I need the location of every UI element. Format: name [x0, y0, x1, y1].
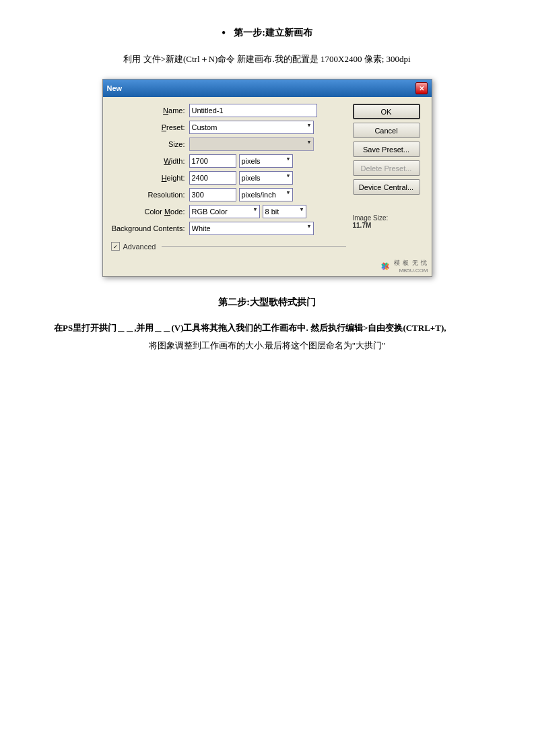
width-label: Width:	[111, 157, 185, 165]
bit-depth-select[interactable]: 8 bit	[263, 205, 306, 218]
cancel-button[interactable]: Cancel	[353, 123, 420, 138]
step2-title-container: 第二步:大型歌特式拱门	[40, 296, 494, 309]
bit-depth-wrapper: 8 bit ▼	[263, 205, 306, 218]
resolution-input[interactable]	[189, 188, 236, 201]
step2-instruction: 在PS里打开拱门＿＿,并用＿＿(V)工具将其拖入我们的工作画布中. 然后执行编辑…	[54, 319, 480, 354]
bg-contents-wrapper: White ▼	[189, 222, 314, 235]
preset-select[interactable]: Custom	[189, 121, 314, 134]
step1-title: 第一步:建立新画布	[234, 27, 312, 39]
advanced-label: Advanced	[123, 243, 156, 251]
dialog-title: New	[107, 84, 123, 92]
watermark-bar: 模 板 无 忧 MB5U.COM	[103, 257, 432, 276]
name-input[interactable]	[189, 104, 317, 117]
advanced-divider	[162, 246, 345, 247]
color-mode-row: Color Mode: RGB Color ▼ 8 bit ▼	[111, 205, 346, 218]
size-select[interactable]	[189, 137, 314, 151]
step2-instruction-line2: 将图象调整到工作画布的大小.最后将这个图层命名为"大拱门"	[54, 337, 480, 354]
save-preset-button[interactable]: Save Preset...	[353, 141, 420, 157]
name-label: Name:	[111, 106, 185, 115]
preset-label: Preset:	[111, 123, 185, 131]
watermark-logo-icon	[379, 260, 391, 272]
size-select-wrapper: ▼	[189, 137, 314, 151]
dialog-body: Name: Preset: Custom ▼ Size:	[103, 97, 432, 257]
advanced-row: ✓ Advanced	[111, 239, 346, 251]
height-row: Height: pixels ▼	[111, 171, 346, 185]
width-unit-wrapper: pixels ▼	[239, 154, 293, 168]
width-input[interactable]	[189, 154, 236, 168]
delete-preset-button[interactable]: Delete Preset...	[353, 160, 420, 176]
color-mode-select[interactable]: RGB Color	[189, 205, 260, 218]
bg-contents-select[interactable]: White	[189, 222, 314, 235]
watermark-text: 模 板 无 忧 MB5U.COM	[394, 259, 428, 274]
dialog-titlebar: New ✕	[103, 80, 432, 97]
resolution-unit-wrapper: pixels/inch ▼	[239, 188, 293, 201]
resolution-unit-select[interactable]: pixels/inch	[239, 188, 293, 201]
width-row: Width: pixels ▼	[111, 154, 346, 168]
size-row: Size: ▼	[111, 137, 346, 151]
name-row: Name:	[111, 104, 346, 117]
color-mode-label: Color Mode:	[111, 208, 185, 216]
step2-title: 第二步:大型歌特式拱门	[218, 297, 316, 307]
image-size-section: Image Size: 11.7M	[353, 209, 424, 229]
new-document-dialog: New ✕ Name: Preset: Custom	[102, 79, 432, 277]
dialog-buttons: OK Cancel Save Preset... Delete Preset..…	[353, 104, 424, 251]
device-central-button[interactable]: Device Central...	[353, 179, 420, 195]
height-label: Height:	[111, 174, 185, 182]
size-label: Size:	[111, 140, 185, 148]
advanced-checkbox[interactable]: ✓	[111, 242, 120, 251]
width-unit-select[interactable]: pixels	[239, 154, 293, 168]
dialog-wrapper: New ✕ Name: Preset: Custom	[40, 79, 494, 277]
image-size-label: Image Size:	[353, 214, 424, 222]
bg-contents-row: Background Contents: White ▼	[111, 222, 346, 235]
preset-row: Preset: Custom ▼	[111, 121, 346, 134]
height-unit-wrapper: pixels ▼	[239, 171, 293, 185]
step1-title-container: • 第一步:建立新画布	[40, 27, 494, 39]
image-size-value: 11.7M	[353, 222, 424, 229]
step2-instruction-line1: 在PS里打开拱门＿＿,并用＿＿(V)工具将其拖入我们的工作画布中. 然后执行编辑…	[54, 323, 446, 333]
resolution-label: Resolution:	[111, 191, 185, 199]
step1-bullet: •	[222, 27, 226, 39]
dialog-close-button[interactable]: ✕	[415, 82, 428, 94]
dialog-form: Name: Preset: Custom ▼ Size:	[111, 104, 346, 251]
preset-select-wrapper: Custom ▼	[189, 121, 314, 134]
ok-button[interactable]: OK	[353, 104, 420, 119]
color-mode-wrapper: RGB Color ▼	[189, 205, 260, 218]
bg-contents-label: Background Contents:	[111, 224, 185, 232]
resolution-row: Resolution: pixels/inch ▼	[111, 188, 346, 201]
titlebar-left: New	[107, 84, 123, 92]
step1-instruction: 利用 文件>新建(Ctrl＋N)命令 新建画布.我的配置是 1700X2400 …	[40, 51, 494, 67]
height-unit-select[interactable]: pixels	[239, 171, 293, 185]
height-input[interactable]	[189, 171, 236, 185]
